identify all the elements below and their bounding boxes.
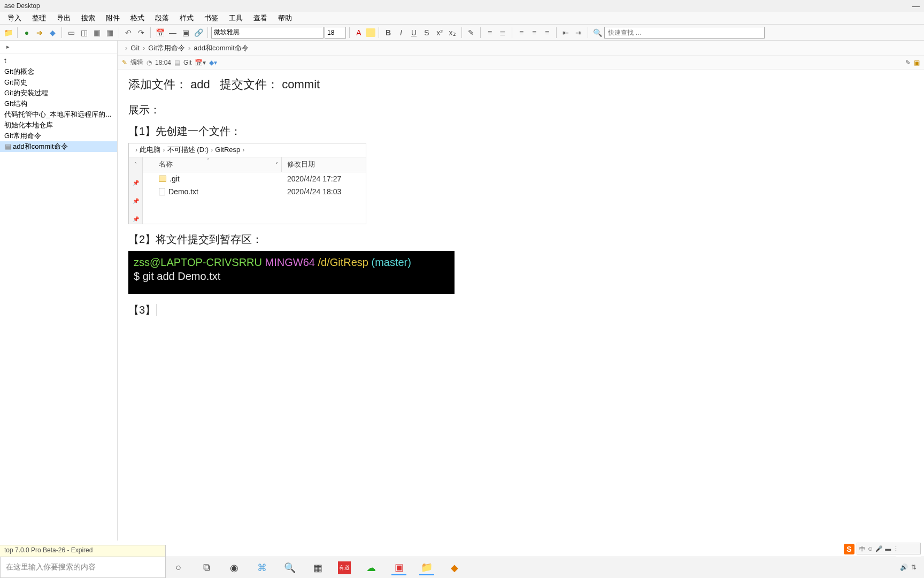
menu-format[interactable]: 格式 (125, 12, 150, 24)
image-icon[interactable]: ▣ (180, 27, 191, 39)
font-size-select[interactable] (325, 27, 346, 39)
column-header-date[interactable]: 修改日期 (282, 159, 366, 170)
explorer-row[interactable]: Demo.txt 2020/4/24 18:03 (143, 185, 366, 198)
column-header-name[interactable]: 名称 ˄ ˅ (143, 157, 282, 172)
underline-icon[interactable]: U (408, 27, 420, 39)
system-tray[interactable]: 中 ☺ 🎤 ▬ ⋮ (857, 543, 921, 554)
layout-3-icon[interactable]: ▥ (91, 27, 103, 39)
magnify-icon[interactable]: 🔍 (282, 560, 297, 575)
menu-import[interactable]: 导入 (2, 12, 27, 24)
misc-app-icon[interactable]: ◆ (447, 560, 462, 575)
layout-4-icon[interactable]: ▦ (104, 27, 116, 39)
tree-item[interactable]: Git的安装过程 (0, 88, 117, 98)
layout-1-icon[interactable]: ▭ (65, 27, 77, 39)
cortana-icon[interactable]: ○ (171, 560, 186, 575)
align-left-icon[interactable]: ≡ (515, 27, 527, 39)
ime-lang-label[interactable]: 中 (859, 545, 865, 553)
unordered-list-icon[interactable]: ≣ (497, 27, 509, 39)
bold-icon[interactable]: B (382, 27, 394, 39)
tree-item[interactable]: 代码托管中心_本地库和远程库的... (0, 109, 117, 120)
add-green-icon[interactable]: ● (21, 27, 33, 39)
menu-style[interactable]: 样式 (174, 12, 199, 24)
indent-icon[interactable]: ⇥ (573, 27, 584, 39)
scroll-up-icon[interactable]: ˄ (134, 161, 137, 169)
crumb-item[interactable]: Git常用命令 (148, 43, 185, 53)
menu-attachment[interactable]: 附件 (101, 12, 125, 24)
highlighter-icon[interactable]: ✎ (465, 27, 477, 39)
chrome-icon[interactable]: ◉ (227, 560, 242, 575)
tree-item-selected[interactable]: ▤add和commit命令 (0, 141, 117, 152)
note-options-icon[interactable]: ▣ (914, 59, 920, 66)
document-body[interactable]: 添加文件： add 提交文件： commit 展示： 【1】先创建一个文件： ›… (118, 70, 924, 541)
edit-mode-icon[interactable]: ✎ (122, 59, 127, 66)
task-view-icon[interactable]: ⧉ (199, 560, 214, 575)
date-icon[interactable]: 📅 (154, 27, 166, 39)
crumb-item[interactable]: Git (130, 44, 140, 52)
ordered-list-icon[interactable]: ≡ (484, 27, 496, 39)
italic-icon[interactable]: I (395, 27, 407, 39)
font-color-icon[interactable]: A (353, 27, 365, 39)
tag-dropdown-icon[interactable]: ◆▾ (209, 59, 217, 66)
nav-forward-icon[interactable]: ➔ (34, 27, 45, 39)
tray-mic-icon[interactable]: 🎤 (875, 545, 883, 552)
tag-icon[interactable]: ◆ (47, 27, 58, 39)
redo-icon[interactable]: ↷ (135, 27, 147, 39)
pin-icon[interactable]: 📌 (133, 197, 139, 206)
pin-icon[interactable]: 📌 (133, 215, 139, 224)
highlight-icon[interactable] (366, 28, 375, 37)
hr-icon[interactable]: — (167, 27, 179, 39)
superscript-icon[interactable]: x² (434, 27, 445, 39)
align-center-icon[interactable]: ≡ (528, 27, 540, 39)
tree-item[interactable]: Git常用命令 (0, 131, 117, 141)
menu-search[interactable]: 搜索 (76, 12, 101, 24)
link-icon[interactable]: 🔗 (192, 27, 204, 39)
wechat-icon[interactable]: ☁ (364, 560, 379, 575)
crumb-item[interactable]: add和commit命令 (194, 43, 249, 53)
strike-icon[interactable]: S (421, 27, 433, 39)
search-tb-icon[interactable]: 🔍 (591, 27, 603, 39)
outdent-icon[interactable]: ⇤ (560, 27, 572, 39)
external-edit-icon[interactable]: ✎ (905, 59, 911, 66)
sogou-ime-icon[interactable]: S (844, 544, 854, 554)
menu-organize[interactable]: 整理 (27, 12, 51, 24)
windows-search-box[interactable]: 在这里输入你要搜索的内容 (0, 557, 166, 578)
menu-help[interactable]: 帮助 (273, 12, 297, 24)
menu-export[interactable]: 导出 (51, 12, 76, 24)
minimize-button[interactable]: — (912, 2, 920, 10)
calculator-icon[interactable]: ▦ (310, 560, 325, 575)
undo-icon[interactable]: ↶ (122, 27, 134, 39)
pin-icon[interactable]: 📌 (133, 179, 139, 187)
tree-item[interactable]: Git简史 (0, 77, 117, 88)
app-icon[interactable]: ⌘ (255, 560, 270, 575)
volume-icon[interactable]: 🔊 (900, 564, 908, 571)
network-icon[interactable]: ⇅ (911, 564, 917, 571)
note-book-label[interactable]: Git (183, 59, 191, 66)
tree-item[interactable]: 初始化本地仓库 (0, 120, 117, 131)
explorer-crumb-item[interactable]: 此电脑 (140, 144, 160, 156)
explorer-crumb-item[interactable]: GitResp (215, 144, 240, 156)
explorer-taskbar-icon[interactable]: 📁 (419, 560, 434, 575)
column-dropdown-icon[interactable]: ˅ (275, 161, 278, 169)
subscript-icon[interactable]: x₂ (446, 27, 458, 39)
tree-item[interactable]: Git结构 (0, 98, 117, 109)
menu-tools[interactable]: 工具 (224, 12, 248, 24)
tree-root-node[interactable]: t (0, 56, 117, 66)
layout-2-icon[interactable]: ◫ (78, 27, 90, 39)
calendar-dropdown-icon[interactable]: 📅▾ (195, 59, 206, 66)
youdao-icon[interactable]: 有道 (338, 561, 351, 574)
menu-paragraph[interactable]: 段落 (150, 12, 174, 24)
new-folder-icon[interactable]: 📁 (2, 27, 14, 39)
active-app-icon[interactable]: ▣ (391, 560, 406, 575)
menu-view[interactable]: 查看 (248, 12, 273, 24)
explorer-crumb-item[interactable]: 不可描述 (D:) (167, 144, 209, 156)
tray-battery-icon[interactable]: ▬ (885, 545, 891, 552)
tray-wifi-icon[interactable]: ⋮ (893, 545, 899, 552)
tree-item[interactable]: Git的概念 (0, 66, 117, 77)
font-family-select[interactable] (211, 27, 324, 39)
tray-icon[interactable]: ☺ (867, 545, 873, 552)
quick-search-input[interactable] (604, 27, 765, 39)
align-right-icon[interactable]: ≡ (541, 27, 553, 39)
sidebar-expand-icon[interactable]: ▸ (2, 41, 14, 53)
explorer-row[interactable]: .git 2020/4/24 17:27 (143, 172, 366, 185)
menu-bookmark[interactable]: 书签 (199, 12, 224, 24)
